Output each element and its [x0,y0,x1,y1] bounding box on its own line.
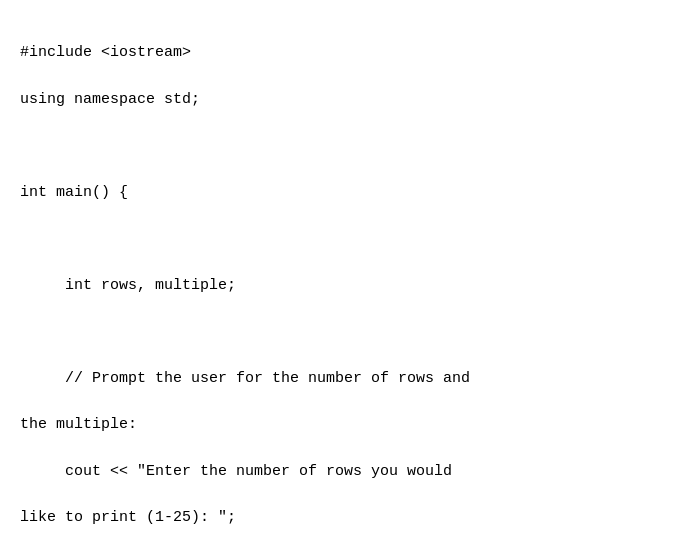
code-line-9: the multiple: [20,416,137,433]
code-line-2: using namespace std; [20,91,200,108]
code-line-4: int main() { [20,184,128,201]
code-line-10: cout << "Enter the number of rows you wo… [20,463,452,480]
code-line-1: #include <iostream> [20,44,191,61]
code-line-6: int rows, multiple; [20,277,236,294]
code-block: #include <iostream> using namespace std;… [0,0,700,554]
code-line-8: // Prompt the user for the number of row… [20,370,470,387]
code-line-11: like to print (1-25): "; [20,509,236,526]
